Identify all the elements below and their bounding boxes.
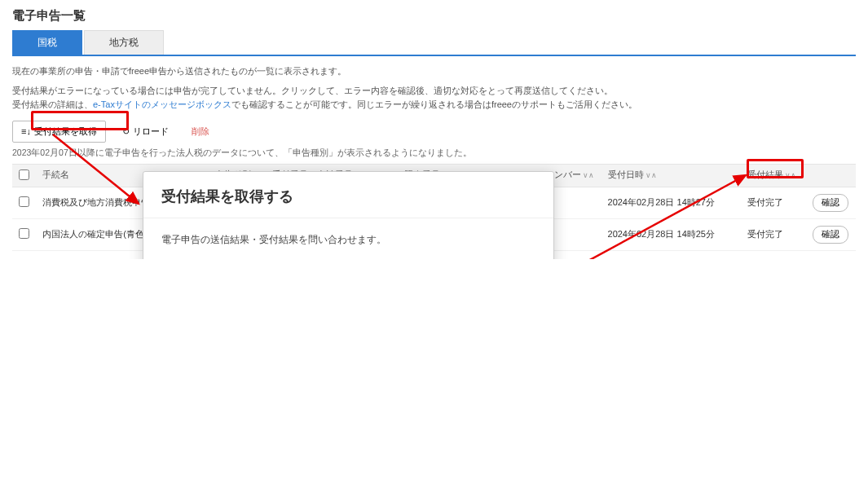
reload-button[interactable]: ↻ リロード <box>116 121 175 142</box>
row-checkbox[interactable] <box>19 228 29 239</box>
row-date: 2024年02月28日 14時27分 <box>601 187 741 218</box>
desc2b-post: でも確認することが可能です。同じエラーが繰り返される場合はfreeeのサポートも… <box>231 99 637 109</box>
reload-icon: ↻ <box>122 126 130 137</box>
reload-label: リロード <box>133 125 169 138</box>
modal-message: 電子申告の送信結果・受付結果を問い合わせます。 <box>161 233 535 247</box>
col-date[interactable]: 受付日時∨∧ <box>601 164 741 187</box>
desc-line-1: 現在の事業所の申告・申請でfreee申告から送信されたものが一覧に表示されます。 <box>12 64 856 79</box>
fetch-label: 受付結果を取得 <box>34 125 97 138</box>
sort-icon: ∨∧ <box>583 171 594 179</box>
tab-local[interactable]: 地方税 <box>84 30 164 55</box>
desc-line-2: 受付結果がエラーになっている場合には申告が完了していません。クリックして、エラー… <box>12 84 856 112</box>
confirm-button[interactable]: 確認 <box>813 194 848 212</box>
modal-title: 受付結果を取得する <box>143 172 553 218</box>
etax-link[interactable]: e-Taxサイトのメッセージボックス <box>93 99 231 109</box>
tab-national[interactable]: 国税 <box>12 30 82 55</box>
delete-button[interactable]: 削除 <box>185 121 216 142</box>
toolbar: ≡↓ 受付結果を取得 ↻ リロード 削除 <box>12 121 856 143</box>
desc2a: 受付結果がエラーになっている場合には申告が完了していません。クリックして、エラー… <box>12 86 613 95</box>
row-result: 受付完了 <box>741 218 807 250</box>
fetch-results-button[interactable]: ≡↓ 受付結果を取得 <box>12 121 106 143</box>
fetch-results-modal: 受付結果を取得する 電子申告の送信結果・受付結果を問い合わせます。 利用者識別番… <box>143 171 554 259</box>
list-notice: 2023年02月07日以降に電子申告を行った法人税のデータについて、「申告種別」… <box>12 147 856 159</box>
sort-icon: ∨∧ <box>785 171 796 179</box>
tabs: 国税 地方税 <box>12 30 856 56</box>
row-checkbox[interactable] <box>19 196 29 207</box>
confirm-button[interactable]: 確認 <box>813 226 848 244</box>
row-date: 2024年02月28日 14時25分 <box>601 218 741 250</box>
select-all-checkbox[interactable] <box>19 169 29 180</box>
desc2b-pre: 受付結果の詳細は、 <box>12 99 93 109</box>
sort-icon: ∨∧ <box>645 171 657 179</box>
col-result[interactable]: 受付結果∨∧ <box>741 164 807 187</box>
download-icon: ≡↓ <box>21 126 31 136</box>
row-result: 受付完了 <box>741 187 807 218</box>
page-title: 電子申告一覧 <box>12 8 856 24</box>
